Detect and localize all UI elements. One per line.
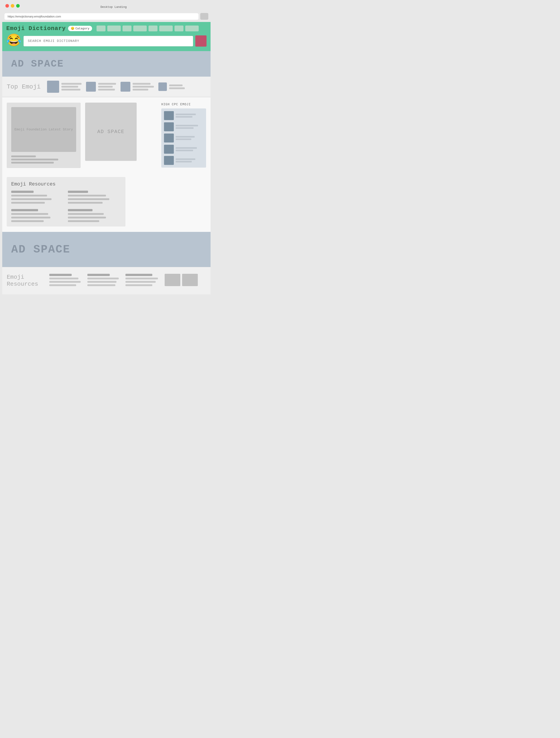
nav-pill-5[interactable] — [148, 26, 157, 31]
header-top-row: Emoji Dictionary 😞 Catagory — [6, 25, 206, 32]
resource-col-2 — [68, 191, 121, 222]
res-line — [68, 220, 99, 222]
footer-label: EmojiResources — [7, 274, 43, 288]
nav-pill-8[interactable] — [185, 26, 199, 31]
cpc-line — [176, 158, 195, 160]
cpc-line — [176, 147, 197, 149]
high-cpc-item-5[interactable] — [164, 156, 203, 165]
high-cpc-item-3[interactable] — [164, 133, 203, 142]
nav-pill-3[interactable] — [122, 26, 131, 31]
category-badge[interactable]: 😞 Catagory — [68, 26, 92, 31]
cpc-line — [176, 150, 193, 151]
emoji-line — [61, 89, 80, 90]
res-line — [11, 217, 50, 219]
cpc-thumb-2 — [164, 122, 174, 131]
emoji-card-1[interactable] — [47, 81, 81, 93]
emoji-line — [61, 83, 81, 85]
site-header: Emoji Dictionary 😞 Catagory 😂 — [2, 22, 210, 51]
res-line — [68, 195, 106, 197]
nav-pill-2[interactable] — [107, 26, 121, 31]
res-line — [11, 191, 34, 193]
cpc-lines-2 — [176, 125, 203, 129]
footer-line — [87, 284, 115, 286]
story-image: Emoji Foundation Latest Story — [11, 107, 76, 152]
browser-menu-button[interactable] — [200, 13, 208, 20]
footer-line — [49, 278, 78, 279]
emoji-card-4[interactable] — [158, 81, 185, 93]
cpc-thumb-1 — [164, 111, 174, 120]
footer-line — [49, 284, 76, 286]
high-cpc-container — [161, 108, 206, 167]
emoji-line — [98, 86, 113, 88]
traffic-light-yellow[interactable] — [11, 4, 14, 8]
search-input[interactable] — [24, 36, 193, 46]
nav-pill-6[interactable] — [159, 26, 173, 31]
top-emoji-row: Top Emoji — [7, 81, 206, 93]
footer-line — [125, 284, 152, 286]
url-input[interactable] — [4, 13, 198, 20]
footer-line — [125, 274, 152, 276]
emoji-line — [61, 86, 78, 88]
bottom-ad-text: AD SPACE — [11, 243, 70, 256]
resources-card: Emoji Resources — [7, 177, 125, 227]
search-button[interactable] — [195, 35, 206, 47]
site-logo[interactable]: Emoji Dictionary — [6, 25, 66, 32]
emoji-line — [133, 86, 154, 88]
cpc-line — [176, 161, 192, 162]
emoji-line — [133, 83, 150, 85]
nav-pill-4[interactable] — [133, 26, 147, 31]
cpc-thumb-4 — [164, 145, 174, 154]
footer-line — [125, 278, 158, 279]
res-line — [68, 202, 103, 204]
high-cpc-title: HIGH CPC EMOJI — [161, 103, 206, 106]
emoji-line — [98, 89, 115, 90]
category-emoji-icon: 😞 — [71, 27, 74, 30]
emoji-thumb-3 — [120, 82, 130, 92]
emoji-thumb-2 — [86, 82, 96, 92]
traffic-lights — [5, 4, 20, 8]
resources-grid — [11, 191, 121, 222]
emoji-lines-4 — [169, 84, 185, 89]
high-cpc-item-2[interactable] — [164, 122, 203, 131]
search-row: 😂 — [6, 35, 206, 47]
story-card[interactable]: Emoji Foundation Latest Story — [7, 103, 81, 168]
footer-line — [87, 281, 116, 283]
nav-pill-7[interactable] — [174, 26, 183, 31]
footer-col-3 — [125, 274, 158, 286]
high-cpc-list — [164, 111, 203, 165]
main-content: Emoji Foundation Latest Story AD SPACE E… — [2, 97, 210, 232]
cpc-lines-4 — [176, 147, 203, 151]
cpc-line — [176, 116, 192, 118]
high-cpc-item-4[interactable] — [164, 145, 203, 154]
browser-window: Desktop Landing Emoji Dictionary 😞 Catag… — [0, 0, 213, 297]
footer-resources: EmojiResources — [2, 267, 210, 294]
url-bar-row — [2, 13, 210, 22]
emoji-thumb-4 — [158, 82, 167, 91]
meta-line — [11, 162, 54, 163]
nav-pill-1[interactable] — [96, 26, 105, 31]
cpc-line — [176, 113, 196, 115]
nav-pills — [96, 26, 199, 31]
footer-line — [87, 278, 119, 279]
traffic-light-red[interactable] — [5, 4, 9, 8]
res-line — [11, 198, 51, 200]
content-left: Emoji Foundation Latest Story AD SPACE E… — [7, 103, 157, 227]
emoji-lines-3 — [133, 83, 154, 90]
cpc-line — [176, 136, 195, 137]
emoji-card-3[interactable] — [120, 81, 154, 93]
res-line — [68, 217, 106, 219]
footer-line — [125, 281, 156, 283]
res-line — [68, 213, 104, 215]
res-line — [11, 213, 48, 215]
emoji-card-2[interactable] — [86, 81, 116, 93]
traffic-light-green[interactable] — [16, 4, 20, 8]
story-image-label: Emoji Foundation Latest Story — [12, 125, 75, 134]
footer-line — [49, 281, 81, 283]
high-cpc-item-1[interactable] — [164, 111, 203, 120]
res-line — [11, 209, 38, 211]
ad-banner-top: AD SPACE — [2, 51, 210, 77]
meta-line — [11, 155, 36, 157]
top-emoji-section: Top Emoji — [2, 77, 210, 97]
footer-image-1 — [165, 274, 180, 286]
ad-banner-bottom: AD SPACE — [2, 232, 210, 267]
